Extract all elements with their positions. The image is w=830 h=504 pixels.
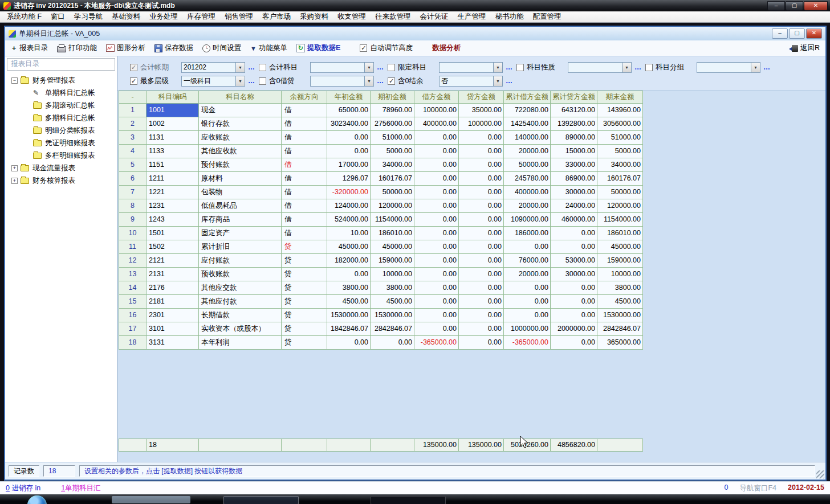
child-title-bar[interactable]: 单期科目汇总帐 - VA_005 – ▢ ✕ xyxy=(5,27,825,40)
table-row[interactable]: 111502累计折旧贷45000.0045000.000.000.000.000… xyxy=(119,240,643,254)
amount-cell[interactable]: 0.00 xyxy=(459,322,504,336)
subject-code-cell[interactable]: 2121 xyxy=(147,254,199,268)
tree-expander-icon[interactable]: + xyxy=(11,178,18,184)
amount-cell[interactable]: 0.00 xyxy=(459,309,504,322)
subject-name-cell[interactable]: 应付账款 xyxy=(199,254,282,268)
amount-cell[interactable]: 100000.00 xyxy=(414,104,459,117)
filter-checkbox[interactable] xyxy=(259,64,266,71)
amount-cell[interactable]: 0.00 xyxy=(414,227,459,240)
column-header[interactable]: 期末金额 xyxy=(597,91,643,104)
amount-cell[interactable]: 35000.00 xyxy=(459,104,504,117)
tree-item[interactable]: 多栏明细账报表 xyxy=(7,149,115,162)
amount-cell[interactable]: 0.00 xyxy=(371,336,414,350)
filter-combo[interactable]: 一级科目▼ xyxy=(181,76,245,87)
tree-item[interactable]: 多期滚动汇总帐 xyxy=(7,99,115,112)
amount-cell[interactable]: 2756000.00 xyxy=(371,117,414,131)
amount-cell[interactable]: 4500.00 xyxy=(327,295,371,309)
balance-direction-cell[interactable]: 贷 xyxy=(282,322,327,336)
subject-code-cell[interactable]: 1502 xyxy=(147,240,199,254)
minimize-button[interactable]: – xyxy=(767,1,785,11)
amount-cell[interactable]: 2842846.07 xyxy=(597,322,643,336)
balance-direction-cell[interactable]: 借 xyxy=(282,158,327,172)
subject-code-cell[interactable]: 2181 xyxy=(147,295,199,309)
close-button[interactable]: ✕ xyxy=(804,1,828,11)
filter-combo[interactable]: ▼ xyxy=(310,76,374,87)
tree-item[interactable]: 明细分类帐报表 xyxy=(7,124,115,137)
combo-arrow-icon[interactable]: ▼ xyxy=(493,63,502,72)
filter-checkbox[interactable] xyxy=(259,77,266,85)
column-header[interactable]: 科目名称 xyxy=(199,91,282,104)
subject-code-cell[interactable]: 1001 xyxy=(147,104,199,117)
amount-cell[interactable]: 3023400.00 xyxy=(327,117,371,131)
amount-cell[interactable]: 65000.00 xyxy=(327,104,371,117)
subject-name-cell[interactable]: 其他应收款 xyxy=(199,145,282,158)
amount-cell[interactable]: 20000.00 xyxy=(504,145,551,158)
table-row[interactable]: 41133其他应收款借0.005000.000.000.0020000.0015… xyxy=(119,145,643,158)
amount-cell[interactable]: 182000.00 xyxy=(327,254,371,268)
amount-cell[interactable]: 34000.00 xyxy=(597,158,643,172)
amount-cell[interactable]: 0.00 xyxy=(551,281,597,295)
amount-cell[interactable]: 15000.00 xyxy=(551,145,597,158)
status-item[interactable]: 2012-02-15 xyxy=(788,483,824,493)
tree-item[interactable]: ✎单期科目汇总帐 xyxy=(7,87,115,99)
amount-cell[interactable]: 160176.07 xyxy=(371,172,414,186)
balance-direction-cell[interactable]: 贷 xyxy=(282,268,327,281)
filter-combo[interactable]: ▼ xyxy=(697,62,760,73)
menu-item[interactable]: 基础资料 xyxy=(107,11,145,22)
subject-name-cell[interactable]: 其他应交款 xyxy=(199,281,282,295)
amount-cell[interactable]: 365000.00 xyxy=(597,336,643,350)
tree-expander-icon[interactable]: − xyxy=(11,77,18,84)
amount-cell[interactable]: 10000.00 xyxy=(597,268,643,281)
taskbar-button[interactable] xyxy=(223,496,299,504)
subject-code-cell[interactable]: 1151 xyxy=(147,158,199,172)
amount-cell[interactable]: 0.00 xyxy=(327,145,371,158)
open-window-tab[interactable]: 0 进销存 in xyxy=(6,483,40,493)
return-button[interactable]: 返回R xyxy=(792,43,820,53)
subject-code-cell[interactable]: 1211 xyxy=(147,172,199,186)
amount-cell[interactable]: 124000.00 xyxy=(327,199,371,213)
more-options-button[interactable]: … xyxy=(377,63,384,71)
amount-cell[interactable]: 5000.00 xyxy=(597,145,643,158)
amount-cell[interactable]: 10.00 xyxy=(327,227,371,240)
menu-item[interactable]: 秘书功能 xyxy=(491,11,528,22)
maximize-button[interactable]: ▢ xyxy=(786,1,803,11)
tree-item[interactable]: 多期科目汇总帐 xyxy=(7,112,115,124)
subject-code-cell[interactable]: 1231 xyxy=(147,199,199,213)
column-header[interactable]: 贷方金额 xyxy=(459,91,504,104)
report-directory-button[interactable]: 报表目录 xyxy=(11,43,48,53)
amount-cell[interactable]: 0.00 xyxy=(414,281,459,295)
combo-arrow-icon[interactable]: ▼ xyxy=(235,76,245,86)
table-row[interactable]: 142176其他应交款贷3800.003800.000.000.000.000.… xyxy=(119,281,643,295)
amount-cell[interactable]: 1530000.00 xyxy=(371,309,414,322)
menu-item[interactable]: 采购资料 xyxy=(295,11,333,22)
amount-cell[interactable]: 143960.00 xyxy=(597,104,643,117)
subject-name-cell[interactable]: 固定资产 xyxy=(199,227,282,240)
menu-item[interactable]: 生产管理 xyxy=(453,11,491,22)
subject-code-cell[interactable]: 1221 xyxy=(147,186,199,199)
amount-cell[interactable]: 0.00 xyxy=(414,309,459,322)
amount-cell[interactable]: 24000.00 xyxy=(551,199,597,213)
amount-cell[interactable]: 0.00 xyxy=(459,295,504,309)
balance-direction-cell[interactable]: 贷 xyxy=(282,295,327,309)
data-analysis-button[interactable]: 数据分析 xyxy=(432,43,461,53)
os-taskbar[interactable] xyxy=(0,494,830,504)
amount-cell[interactable]: 160176.07 xyxy=(597,172,643,186)
amount-cell[interactable]: 0.00 xyxy=(327,336,371,350)
amount-cell[interactable]: 4500.00 xyxy=(597,295,643,309)
table-row[interactable]: 162301长期借款贷1530000.001530000.000.000.000… xyxy=(119,309,643,322)
taskbar-button[interactable] xyxy=(371,496,446,504)
balance-direction-cell[interactable]: 贷 xyxy=(282,254,327,268)
balance-direction-cell[interactable]: 借 xyxy=(282,172,327,186)
column-header[interactable]: 余额方向 xyxy=(282,91,327,104)
subject-summary-table[interactable]: -科目编码科目名称余额方向年初金额期初金额借方金额贷方金额累计借方金额累计贷方金… xyxy=(119,91,643,350)
function-menu-button[interactable]: 功能菜单 xyxy=(250,43,287,53)
amount-cell[interactable]: 1154000.00 xyxy=(597,213,643,227)
amount-cell[interactable]: 2842846.07 xyxy=(371,322,414,336)
balance-direction-cell[interactable]: 借 xyxy=(282,227,327,240)
chart-analysis-button[interactable]: 图形分析 xyxy=(106,43,145,53)
column-header[interactable]: 年初金额 xyxy=(327,91,371,104)
column-header[interactable]: 累计贷方金额 xyxy=(551,91,597,104)
menu-item[interactable]: 学习导航 xyxy=(70,11,107,22)
filter-combo[interactable]: 否▼ xyxy=(439,76,503,87)
amount-cell[interactable]: 0.00 xyxy=(459,336,504,350)
